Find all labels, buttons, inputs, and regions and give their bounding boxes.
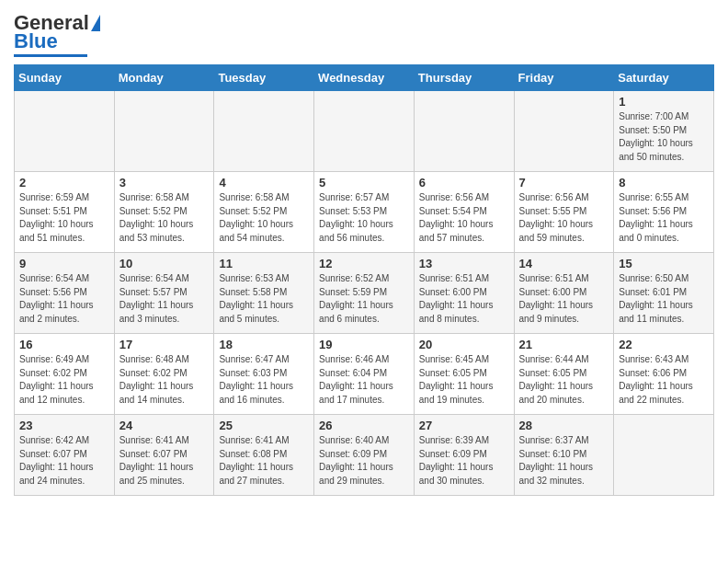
day-number: 15 — [619, 257, 709, 270]
day-number: 26 — [319, 419, 409, 432]
calendar-cell — [114, 91, 214, 172]
day-info: Sunrise: 6:54 AM Sunset: 5:56 PM Dayligh… — [19, 272, 109, 326]
calendar-cell: 21Sunrise: 6:44 AM Sunset: 6:05 PM Dayli… — [514, 334, 614, 415]
calendar-cell: 26Sunrise: 6:40 AM Sunset: 6:09 PM Dayli… — [314, 415, 415, 496]
day-info: Sunrise: 6:56 AM Sunset: 5:54 PM Dayligh… — [419, 191, 509, 245]
day-number: 1 — [619, 95, 709, 109]
calendar-cell — [15, 91, 115, 172]
day-number: 11 — [219, 257, 309, 270]
day-info: Sunrise: 6:46 AM Sunset: 6:04 PM Dayligh… — [319, 353, 409, 407]
calendar-cell: 1Sunrise: 7:00 AM Sunset: 5:50 PM Daylig… — [614, 91, 714, 172]
day-number: 27 — [419, 419, 509, 432]
day-number: 10 — [119, 257, 210, 270]
day-number: 7 — [519, 176, 609, 190]
day-number: 12 — [319, 257, 409, 270]
day-number: 16 — [19, 338, 109, 351]
week-row-4: 16Sunrise: 6:49 AM Sunset: 6:02 PM Dayli… — [15, 334, 714, 415]
week-row-1: 1Sunrise: 7:00 AM Sunset: 5:50 PM Daylig… — [15, 91, 714, 172]
calendar-cell: 12Sunrise: 6:52 AM Sunset: 5:59 PM Dayli… — [314, 253, 415, 334]
calendar-cell — [314, 91, 415, 172]
weekday-thursday: Thursday — [414, 65, 514, 91]
weekday-friday: Friday — [514, 65, 614, 91]
page: General Blue SundayMondayTuesdayWednesda… — [0, 0, 728, 510]
calendar-cell: 27Sunrise: 6:39 AM Sunset: 6:09 PM Dayli… — [414, 415, 514, 496]
day-info: Sunrise: 6:44 AM Sunset: 6:05 PM Dayligh… — [519, 353, 609, 407]
calendar-cell: 10Sunrise: 6:54 AM Sunset: 5:57 PM Dayli… — [114, 253, 214, 334]
weekday-header-row: SundayMondayTuesdayWednesdayThursdayFrid… — [15, 65, 714, 91]
calendar-cell: 13Sunrise: 6:51 AM Sunset: 6:00 PM Dayli… — [414, 253, 514, 334]
day-info: Sunrise: 6:47 AM Sunset: 6:03 PM Dayligh… — [219, 353, 309, 407]
day-info: Sunrise: 6:58 AM Sunset: 5:52 PM Dayligh… — [219, 191, 309, 245]
calendar-cell: 15Sunrise: 6:50 AM Sunset: 6:01 PM Dayli… — [614, 253, 714, 334]
day-number: 4 — [219, 176, 309, 190]
calendar-cell: 17Sunrise: 6:48 AM Sunset: 6:02 PM Dayli… — [114, 334, 214, 415]
day-number: 20 — [419, 338, 509, 351]
day-info: Sunrise: 6:42 AM Sunset: 6:07 PM Dayligh… — [19, 434, 109, 488]
logo: General Blue — [14, 13, 100, 57]
day-info: Sunrise: 6:40 AM Sunset: 6:09 PM Dayligh… — [319, 434, 409, 488]
day-info: Sunrise: 6:53 AM Sunset: 5:58 PM Dayligh… — [219, 272, 309, 326]
day-number: 22 — [619, 338, 709, 351]
calendar-cell: 20Sunrise: 6:45 AM Sunset: 6:05 PM Dayli… — [414, 334, 514, 415]
day-info: Sunrise: 7:00 AM Sunset: 5:50 PM Dayligh… — [619, 110, 709, 164]
day-number: 19 — [319, 338, 409, 351]
calendar-cell — [514, 91, 614, 172]
calendar-cell: 9Sunrise: 6:54 AM Sunset: 5:56 PM Daylig… — [15, 253, 115, 334]
weekday-saturday: Saturday — [614, 65, 714, 91]
calendar-cell — [214, 91, 314, 172]
day-number: 23 — [19, 419, 109, 432]
day-number: 24 — [119, 419, 210, 432]
header: General Blue — [14, 9, 714, 57]
calendar: SundayMondayTuesdayWednesdayThursdayFrid… — [14, 64, 714, 496]
day-number: 6 — [419, 176, 509, 190]
calendar-cell: 19Sunrise: 6:46 AM Sunset: 6:04 PM Dayli… — [314, 334, 415, 415]
calendar-cell: 2Sunrise: 6:59 AM Sunset: 5:51 PM Daylig… — [15, 172, 115, 253]
day-number: 21 — [519, 338, 609, 351]
day-number: 5 — [319, 176, 409, 190]
logo-blue-text: Blue — [14, 31, 58, 52]
weekday-tuesday: Tuesday — [214, 65, 314, 91]
day-info: Sunrise: 6:57 AM Sunset: 5:53 PM Dayligh… — [319, 191, 409, 245]
calendar-cell: 4Sunrise: 6:58 AM Sunset: 5:52 PM Daylig… — [214, 172, 314, 253]
calendar-cell: 6Sunrise: 6:56 AM Sunset: 5:54 PM Daylig… — [414, 172, 514, 253]
weekday-sunday: Sunday — [15, 65, 115, 91]
calendar-cell: 11Sunrise: 6:53 AM Sunset: 5:58 PM Dayli… — [214, 253, 314, 334]
day-info: Sunrise: 6:50 AM Sunset: 6:01 PM Dayligh… — [619, 272, 709, 326]
day-info: Sunrise: 6:41 AM Sunset: 6:07 PM Dayligh… — [119, 434, 210, 488]
week-row-5: 23Sunrise: 6:42 AM Sunset: 6:07 PM Dayli… — [15, 415, 714, 496]
calendar-cell: 23Sunrise: 6:42 AM Sunset: 6:07 PM Dayli… — [15, 415, 115, 496]
weekday-monday: Monday — [114, 65, 214, 91]
day-info: Sunrise: 6:48 AM Sunset: 6:02 PM Dayligh… — [119, 353, 210, 407]
day-number: 8 — [619, 176, 709, 190]
calendar-cell: 16Sunrise: 6:49 AM Sunset: 6:02 PM Dayli… — [15, 334, 115, 415]
day-info: Sunrise: 6:49 AM Sunset: 6:02 PM Dayligh… — [19, 353, 109, 407]
logo-line — [14, 54, 87, 57]
day-number: 25 — [219, 419, 309, 432]
day-number: 17 — [119, 338, 210, 351]
calendar-cell — [614, 415, 714, 496]
day-info: Sunrise: 6:58 AM Sunset: 5:52 PM Dayligh… — [119, 191, 210, 245]
week-row-3: 9Sunrise: 6:54 AM Sunset: 5:56 PM Daylig… — [15, 253, 714, 334]
calendar-cell: 8Sunrise: 6:55 AM Sunset: 5:56 PM Daylig… — [614, 172, 714, 253]
calendar-cell: 24Sunrise: 6:41 AM Sunset: 6:07 PM Dayli… — [114, 415, 214, 496]
day-info: Sunrise: 6:59 AM Sunset: 5:51 PM Dayligh… — [19, 191, 109, 245]
day-number: 9 — [19, 257, 109, 270]
weekday-wednesday: Wednesday — [314, 65, 415, 91]
day-info: Sunrise: 6:52 AM Sunset: 5:59 PM Dayligh… — [319, 272, 409, 326]
week-row-2: 2Sunrise: 6:59 AM Sunset: 5:51 PM Daylig… — [15, 172, 714, 253]
calendar-cell: 3Sunrise: 6:58 AM Sunset: 5:52 PM Daylig… — [114, 172, 214, 253]
day-number: 2 — [19, 176, 109, 190]
day-info: Sunrise: 6:39 AM Sunset: 6:09 PM Dayligh… — [419, 434, 509, 488]
day-info: Sunrise: 6:51 AM Sunset: 6:00 PM Dayligh… — [519, 272, 609, 326]
calendar-cell: 28Sunrise: 6:37 AM Sunset: 6:10 PM Dayli… — [514, 415, 614, 496]
calendar-cell: 14Sunrise: 6:51 AM Sunset: 6:00 PM Dayli… — [514, 253, 614, 334]
day-info: Sunrise: 6:56 AM Sunset: 5:55 PM Dayligh… — [519, 191, 609, 245]
day-number: 13 — [419, 257, 509, 270]
calendar-cell: 18Sunrise: 6:47 AM Sunset: 6:03 PM Dayli… — [214, 334, 314, 415]
day-number: 3 — [119, 176, 210, 190]
day-number: 28 — [519, 419, 609, 432]
day-info: Sunrise: 6:43 AM Sunset: 6:06 PM Dayligh… — [619, 353, 709, 407]
calendar-cell: 7Sunrise: 6:56 AM Sunset: 5:55 PM Daylig… — [514, 172, 614, 253]
calendar-cell: 22Sunrise: 6:43 AM Sunset: 6:06 PM Dayli… — [614, 334, 714, 415]
calendar-cell — [414, 91, 514, 172]
